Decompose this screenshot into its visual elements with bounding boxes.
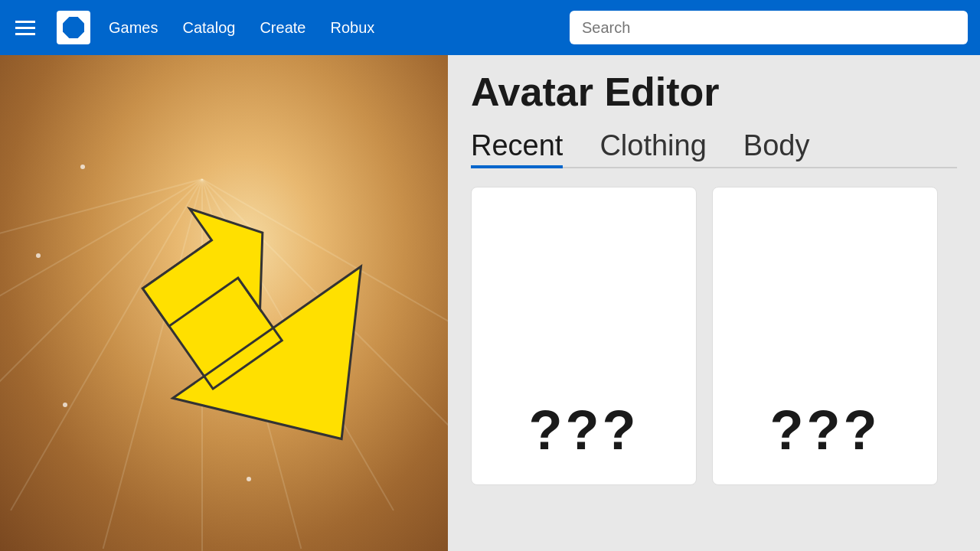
main-content: Avatar Editor Recent Clothing Body ??? ?… <box>0 55 980 551</box>
tab-body[interactable]: Body <box>743 129 810 167</box>
search-input[interactable] <box>582 19 956 37</box>
roblox-logo-button[interactable] <box>57 11 90 44</box>
right-panel: Avatar Editor Recent Clothing Body ??? ?… <box>448 55 980 551</box>
nav-link-robux[interactable]: Robux <box>330 19 374 37</box>
roblox-logo-icon <box>63 17 84 38</box>
tab-clothing[interactable]: Clothing <box>599 129 706 167</box>
nav-link-create[interactable]: Create <box>260 19 305 37</box>
ray-6 <box>103 179 203 549</box>
item-card-2[interactable]: ??? <box>712 187 938 485</box>
avatar-background <box>0 55 448 551</box>
hamburger-menu-button[interactable] <box>12 18 38 38</box>
avatar-preview-panel <box>0 55 448 551</box>
ray-3 <box>201 179 394 511</box>
page-title: Avatar Editor <box>471 70 957 114</box>
ray-5 <box>201 179 203 551</box>
navbar: Games Catalog Create Robux <box>0 0 980 55</box>
item-card-1[interactable]: ??? <box>471 187 697 485</box>
item-placeholder-2: ??? <box>770 399 880 461</box>
sparkle-4 <box>247 477 251 481</box>
tab-recent[interactable]: Recent <box>471 129 563 167</box>
ray-4 <box>201 179 302 549</box>
items-grid: ??? ??? <box>471 187 957 485</box>
ray-8 <box>0 178 203 450</box>
sparkle-1 <box>80 165 85 169</box>
sparkle-3 <box>63 403 67 407</box>
ray-1 <box>202 178 448 371</box>
nav-link-catalog[interactable]: Catalog <box>182 19 235 37</box>
tab-bar: Recent Clothing Body <box>471 129 957 168</box>
search-bar <box>570 11 968 44</box>
sparkle-2 <box>36 253 41 258</box>
ray-7 <box>10 179 203 511</box>
nav-link-games[interactable]: Games <box>109 19 158 37</box>
nav-links: Games Catalog Create Robux <box>109 19 374 37</box>
item-placeholder-1: ??? <box>529 399 639 461</box>
